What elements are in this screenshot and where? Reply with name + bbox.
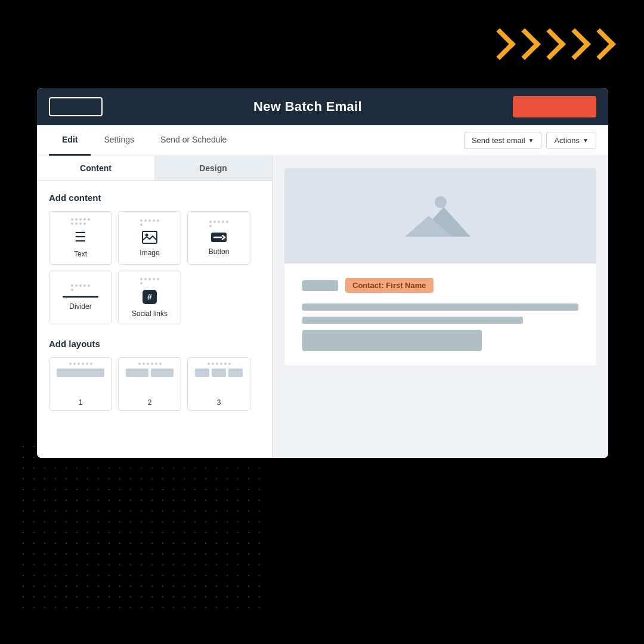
layout-1-label: 1 bbox=[79, 398, 83, 410]
panel-body: Add content ☰ Text bbox=[37, 181, 272, 423]
panel-tab-design[interactable]: Design bbox=[154, 156, 272, 180]
content-item-button[interactable]: Button bbox=[187, 211, 250, 265]
item-dots-decoration bbox=[140, 219, 159, 226]
social-icon: # bbox=[142, 289, 157, 305]
tab-send-schedule[interactable]: Send or Schedule bbox=[147, 125, 240, 156]
email-name-row: Contact: First Name bbox=[302, 278, 578, 293]
decorative-dot-grid bbox=[18, 441, 268, 608]
content-item-text[interactable]: ☰ Text bbox=[49, 211, 112, 265]
layout-preview-1 bbox=[57, 369, 104, 377]
item-social-label: Social links bbox=[132, 309, 168, 318]
layout-3-label: 3 bbox=[217, 398, 221, 410]
email-preview-panel: Contact: First Name bbox=[273, 156, 608, 458]
email-text-line-2 bbox=[302, 317, 523, 324]
main-content: Content Design Add content ☰ Text bbox=[37, 156, 608, 458]
decorative-chevrons bbox=[488, 33, 611, 55]
content-item-social[interactable]: # Social links bbox=[118, 271, 181, 324]
mountain-placeholder-icon bbox=[405, 189, 476, 243]
layout-item-2[interactable]: 2 bbox=[118, 357, 181, 411]
button-icon bbox=[210, 232, 227, 243]
chevron-down-icon: ▼ bbox=[528, 137, 534, 144]
send-test-email-label: Send test email bbox=[472, 136, 525, 145]
layout-items: 1 2 bbox=[49, 357, 260, 411]
tab-action-buttons: Send test email ▼ Actions ▼ bbox=[464, 132, 596, 149]
item-button-label: Button bbox=[209, 247, 230, 256]
send-test-email-button[interactable]: Send test email ▼ bbox=[464, 132, 542, 149]
panel-tab-content[interactable]: Content bbox=[37, 156, 154, 180]
panel-tabs: Content Design bbox=[37, 156, 272, 181]
contact-first-name-badge: Contact: First Name bbox=[345, 278, 434, 293]
layout-item-1[interactable]: 1 bbox=[49, 357, 112, 411]
layout-2-label: 2 bbox=[148, 398, 152, 410]
item-dots-decoration bbox=[71, 284, 90, 291]
divider-icon bbox=[63, 296, 98, 298]
email-text-line-1 bbox=[302, 304, 578, 311]
layout-preview-3 bbox=[195, 369, 243, 377]
text-icon: ☰ bbox=[75, 230, 86, 245]
item-dots-decoration bbox=[140, 278, 159, 284]
item-image-label: Image bbox=[140, 249, 159, 257]
content-item-divider[interactable]: Divider bbox=[49, 271, 112, 324]
email-body: Contact: First Name bbox=[284, 264, 596, 366]
content-items: ☰ Text Image bbox=[49, 211, 260, 324]
top-bar: New Batch Email bbox=[37, 88, 608, 125]
item-divider-label: Divider bbox=[69, 302, 91, 311]
actions-label: Actions bbox=[554, 136, 580, 145]
svg-text:#: # bbox=[147, 292, 152, 302]
add-layouts-title: Add layouts bbox=[49, 339, 260, 349]
chevron-down-icon: ▼ bbox=[583, 137, 589, 144]
layout-preview-2 bbox=[126, 369, 174, 377]
item-dots-decoration bbox=[209, 221, 228, 227]
layout-item-3[interactable]: 3 bbox=[187, 357, 250, 411]
content-item-image[interactable]: Image bbox=[118, 211, 181, 265]
layout-dots bbox=[195, 363, 243, 365]
left-panel: Content Design Add content ☰ Text bbox=[37, 156, 273, 458]
name-placeholder bbox=[302, 280, 338, 291]
email-header-image bbox=[284, 168, 596, 264]
item-dots-decoration bbox=[71, 218, 90, 225]
svg-point-8 bbox=[435, 196, 447, 208]
chevron-icon bbox=[584, 28, 616, 60]
app-window: New Batch Email Edit Settings Send or Sc… bbox=[37, 88, 608, 458]
add-content-title: Add content bbox=[49, 193, 260, 203]
image-icon bbox=[142, 231, 157, 244]
item-text-label: Text bbox=[74, 250, 87, 258]
email-preview: Contact: First Name bbox=[284, 168, 596, 366]
save-button[interactable] bbox=[513, 96, 596, 117]
email-cta-bar bbox=[302, 330, 482, 351]
tab-settings[interactable]: Settings bbox=[91, 125, 147, 156]
main-tabs: Edit Settings Send or Schedule bbox=[49, 125, 240, 156]
tab-edit[interactable]: Edit bbox=[49, 125, 91, 156]
layout-dots bbox=[126, 363, 174, 365]
layout-dots bbox=[57, 363, 104, 365]
tab-bar: Edit Settings Send or Schedule Send test… bbox=[37, 125, 608, 156]
actions-button[interactable]: Actions ▼ bbox=[546, 132, 596, 149]
back-button[interactable] bbox=[49, 97, 103, 116]
page-title: New Batch Email bbox=[253, 99, 362, 114]
